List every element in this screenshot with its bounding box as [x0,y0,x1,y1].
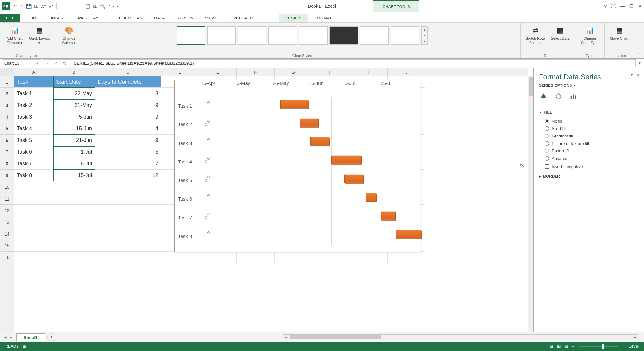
save-icon[interactable]: 💾 [26,4,32,9]
series-selection-handle[interactable] [207,120,210,123]
zoom-slider[interactable] [579,346,618,347]
redo-icon[interactable]: ↷ [20,4,23,9]
select-data-button[interactable]: ▦ Select Data [549,24,571,46]
chart-style-6[interactable] [329,26,358,45]
column-header-H[interactable]: H [312,68,350,76]
cell-B9[interactable]: 15-Jul [53,170,95,181]
column-header-G[interactable]: G [275,68,312,76]
cell-C11[interactable] [95,193,161,205]
pane-close-icon[interactable]: ✕ [636,73,640,78]
column-header-F[interactable]: F [237,68,275,76]
cell-D16[interactable] [161,252,199,263]
fill-option-pattern-fill[interactable]: Pattern fill [539,147,639,155]
cell-A8[interactable]: Task 7 [14,158,53,170]
series-selection-handle[interactable] [205,198,207,200]
series-selection-handle[interactable] [205,216,207,219]
row-header-13[interactable]: 13 [0,216,14,228]
cell-A9[interactable]: Task 8 [14,170,53,181]
formula-cancel-icon[interactable]: ✕ [43,60,52,67]
series-selection-handle[interactable] [207,213,210,215]
change-colors-button[interactable]: 🎨 Change Colors ▾ [58,24,80,46]
minimize-icon[interactable]: — [620,4,625,9]
cell-A6[interactable]: Task 5 [14,135,53,146]
fill-section-header[interactable]: ▲FILL [539,110,639,115]
series-selection-handle[interactable] [205,179,207,182]
tab-view[interactable]: VIEW [199,14,221,22]
cell-B4[interactable]: 5-Jun [53,111,95,123]
cell-B3[interactable]: 31-May [53,99,95,111]
add-chart-element-button[interactable]: 📊 Add Chart Element ▾ [3,24,26,46]
close-icon[interactable]: ✕ [638,4,642,9]
font-decrease-icon[interactable]: A▾ [41,3,46,9]
cell-C2[interactable]: 13 [95,88,161,99]
cell-I16[interactable] [350,252,388,263]
cell-E16[interactable] [199,252,237,263]
series-selection-handle[interactable] [207,101,210,104]
cell-A4[interactable]: Task 3 [14,111,53,123]
qat-icon-5[interactable]: ↻▾ [108,4,114,9]
view-page-break-icon[interactable]: ▦ [565,344,568,349]
tab-review[interactable]: REVIEW [171,14,199,22]
cell-F16[interactable] [237,252,275,263]
column-header-D[interactable]: D [161,68,199,76]
change-chart-type-button[interactable]: 📊 Change Chart Type [578,24,601,46]
qat-icon-4[interactable]: 🔍 [100,4,105,9]
chart-bar[interactable] [300,119,319,127]
cell-A14[interactable] [14,228,53,240]
name-box-dropdown-icon[interactable]: ▼ [36,62,39,65]
series-selection-handle[interactable] [205,235,207,237]
cell-J16[interactable] [388,252,425,263]
tab-design[interactable]: DESIGN [279,14,308,22]
chart-bar[interactable] [310,137,329,146]
fill-option-picture-or-texture-fill[interactable]: Picture or texture fill [539,140,639,147]
cell-B10[interactable] [53,181,95,193]
sheet-tab-sheet1[interactable]: Sheet1 [16,333,45,341]
cell-A13[interactable] [14,216,53,228]
cell-B12[interactable] [53,205,95,216]
row-header-16[interactable]: 16 [0,252,14,263]
cell-B7[interactable]: 1-Jul [53,146,95,158]
column-header-E[interactable]: E [199,68,237,76]
ribbon-collapse-icon[interactable]: ˄ [638,53,640,57]
chart-style-8[interactable] [391,26,419,45]
chart-bar[interactable] [396,230,421,239]
cell-A12[interactable] [14,205,53,216]
row-header-6[interactable]: 6 [0,135,14,146]
cell-H16[interactable] [312,252,350,263]
column-header-A[interactable]: A [14,68,53,76]
cell-C8[interactable]: 7 [95,158,161,170]
cell-C16[interactable] [95,252,161,263]
row-header-7[interactable]: 7 [0,146,14,158]
fill-option-solid-fill[interactable]: Solid fill [539,125,639,132]
cell-C13[interactable] [95,216,161,228]
row-header-14[interactable]: 14 [0,228,14,240]
chart-bar[interactable] [366,193,376,202]
pane-options-icon[interactable]: ▼ [630,73,634,77]
tab-file[interactable]: FILE [0,14,20,22]
series-selection-handle[interactable] [207,157,210,160]
macro-record-icon[interactable]: ▦ [22,344,26,349]
select-all-corner[interactable] [0,68,14,76]
chart-style-2[interactable] [207,26,236,45]
restore-icon[interactable]: ❐ [629,4,634,9]
fullscreen-icon[interactable]: ⛶ [611,4,616,9]
cell-C15[interactable] [95,240,161,252]
fill-option-automatic[interactable]: Automatic [539,155,639,162]
zoom-out-icon[interactable]: − [572,344,574,349]
sheet-nav-next-icon[interactable]: ► [9,335,13,340]
view-page-layout-icon[interactable]: ▦ [557,344,561,349]
tab-data[interactable]: DATA [148,14,171,22]
chart-style-3[interactable] [238,26,266,45]
vertical-scrollbar[interactable] [528,76,533,332]
cell-B2[interactable]: 22-May [53,88,95,99]
zoom-level[interactable]: 145% [629,344,639,349]
series-selection-handle[interactable] [207,176,210,178]
tab-page-layout[interactable]: PAGE LAYOUT [72,14,113,22]
cell-A11[interactable] [14,193,53,205]
chart-plot-area[interactable] [204,97,417,245]
add-sheet-button[interactable]: + [47,333,55,341]
fx-icon[interactable]: fx [60,60,69,67]
chart-bar[interactable] [344,174,364,183]
hscroll-right-icon[interactable]: ► [632,335,638,340]
series-selection-handle[interactable] [205,105,207,107]
